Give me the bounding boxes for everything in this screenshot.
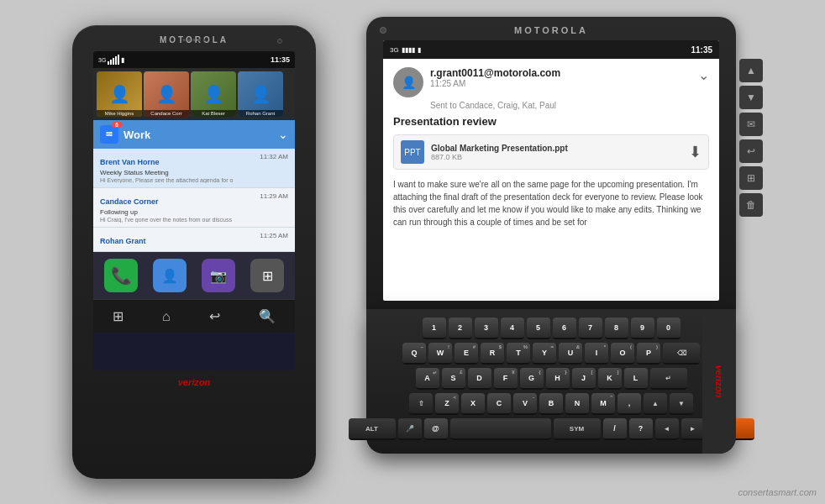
down-button[interactable]: ▼ (739, 86, 763, 109)
key-i[interactable]: *I (585, 343, 608, 365)
attachment-name: Global Marketing Presentation.ppt (431, 144, 682, 153)
keyboard-rows: 1 2 3 4 5 6 7 8 9 0 ~Q !W #E $R % (380, 318, 723, 440)
signal-bars (108, 55, 119, 65)
apps-icon[interactable]: ⊞ (250, 259, 284, 292)
phone-app-icon[interactable]: 📞 (104, 259, 138, 292)
key-shift[interactable]: ⇧ (409, 393, 433, 415)
key-question[interactable]: ? (629, 418, 653, 440)
mail-button[interactable]: ✉ (739, 113, 763, 136)
contact-rohan[interactable]: 👤 Rohan Grant (238, 71, 283, 117)
key-r[interactable]: $R (481, 343, 504, 365)
key-v[interactable]: -V (513, 393, 537, 415)
key-l[interactable]: L (624, 368, 648, 390)
key-up[interactable]: ▲ (644, 393, 667, 415)
attachment-box[interactable]: PPT Global Marketing Presentation.ppt 88… (393, 134, 709, 170)
key-y[interactable]: =Y (533, 343, 556, 365)
key-g[interactable]: {G (520, 368, 544, 390)
key-s[interactable]: £S (442, 368, 465, 390)
right-network-icon: 3G (390, 46, 399, 54)
key-comma[interactable]: , (617, 393, 641, 415)
delete-button[interactable]: 🗑 (739, 193, 763, 217)
apps-button[interactable]: ⊞ (739, 166, 763, 190)
email-time-3: 11:25 AM (260, 232, 288, 239)
key-x[interactable]: X (461, 393, 485, 415)
email-subject-2: Following up (100, 208, 288, 216)
key-space[interactable] (450, 418, 551, 440)
verizon-logo-left: verizon (178, 377, 211, 387)
email-sender-2: Candace Corner (100, 197, 159, 206)
key-5[interactable]: 5 (527, 318, 550, 339)
key-m[interactable]: "M (591, 393, 615, 415)
key-j[interactable]: [J (572, 368, 596, 390)
key-o[interactable]: (O (611, 343, 634, 365)
key-a[interactable]: ↵A (416, 368, 439, 390)
key-u[interactable]: &U (559, 343, 582, 365)
keyboard: 1 2 3 4 5 6 7 8 9 0 ~Q !W #E $R % (366, 309, 736, 454)
back-button[interactable]: ↩ (739, 139, 763, 163)
camera-app-icon[interactable]: 📷 (202, 259, 235, 292)
contact-candace[interactable]: 👤 Candace Corr (144, 71, 189, 117)
key-d[interactable]: D (468, 368, 491, 390)
key-z[interactable]: <Z (435, 393, 459, 415)
key-left[interactable]: ◄ (655, 418, 679, 440)
key-alt[interactable]: ALT (349, 418, 396, 440)
key-t[interactable]: %T (507, 343, 530, 365)
watermark: consertasmart.com (738, 487, 817, 497)
key-backspace[interactable]: ⌫ (663, 343, 700, 365)
key-h[interactable]: }H (546, 368, 570, 390)
key-7[interactable]: 7 (579, 318, 602, 339)
key-right[interactable]: ► (681, 418, 705, 440)
key-c[interactable]: C (487, 393, 511, 415)
sender-avatar: 👤 (393, 67, 423, 97)
home-nav-icon[interactable]: ⌂ (162, 309, 171, 324)
contact-kat[interactable]: 👤 Kat Bleser (191, 71, 236, 117)
key-slash[interactable]: / (603, 418, 627, 440)
key-down[interactable]: ▼ (670, 393, 693, 415)
key-3[interactable]: 3 (475, 318, 498, 339)
work-expand-button[interactable]: ⌄ (278, 128, 288, 141)
key-enter[interactable]: ↵ (650, 368, 687, 390)
key-8[interactable]: 8 (605, 318, 628, 339)
key-row-numbers: 1 2 3 4 5 6 7 8 9 0 (380, 318, 723, 339)
key-k[interactable]: ]K (598, 368, 622, 390)
contacts-app-icon[interactable]: 👤 (153, 259, 187, 292)
right-phone-top: MOTOROLA 3G ▮▮▮▮ ▮ 11:35 👤 (366, 17, 736, 309)
email-item-3[interactable]: Rohan Grant 11:25 AM (93, 228, 295, 252)
key-4[interactable]: 4 (501, 318, 524, 339)
search-nav-icon[interactable]: 🔍 (259, 308, 276, 324)
work-header[interactable]: ✉ 6 Work ⌄ (93, 120, 295, 149)
email-item-1[interactable]: Brent Van Horne 11:32 AM Weekly Status M… (93, 149, 295, 188)
contact-mike[interactable]: 👤 Mike Higgins (97, 71, 142, 117)
left-phone-bottom: verizon (178, 370, 211, 397)
work-section: ✉ 6 Work ⌄ Brent Van Horne 11:32 AM Week… (93, 120, 295, 252)
back-nav-icon[interactable]: ↩ (209, 308, 220, 324)
key-9[interactable]: 9 (631, 318, 654, 339)
key-n[interactable]: N (565, 393, 589, 415)
key-b[interactable]: B (539, 393, 563, 415)
key-p[interactable]: )P (637, 343, 660, 365)
key-6[interactable]: 6 (553, 318, 576, 339)
key-sym[interactable]: SYM (554, 418, 601, 440)
key-q[interactable]: ~Q (402, 343, 426, 365)
key-at[interactable]: @ (424, 418, 448, 440)
key-w[interactable]: !W (428, 343, 452, 365)
attachment-download-button[interactable]: ⬇ (689, 143, 702, 161)
key-2[interactable]: 2 (449, 318, 472, 339)
email-item-2[interactable]: Candace Corner 11:29 AM Following up Hi … (93, 188, 295, 228)
email-body: I want to make sure we're all on the sam… (393, 178, 709, 228)
email-to-line: Sent to Candace, Craig, Kat, Paul (393, 101, 709, 110)
email-expand-button[interactable]: ⌄ (698, 67, 709, 83)
verizon-logo-right: verizon (714, 365, 724, 398)
email-subject-display: Presentation review (393, 115, 709, 128)
attachment-ppt-icon: PPT (401, 140, 424, 164)
up-button[interactable]: ▲ (739, 59, 763, 82)
menu-nav-icon[interactable]: ⊞ (113, 308, 123, 324)
key-0[interactable]: 0 (657, 318, 680, 339)
key-f[interactable]: ¥F (494, 368, 518, 390)
key-e[interactable]: #E (455, 343, 478, 365)
work-icon: ✉ 6 (100, 125, 118, 144)
camera-right (380, 27, 386, 34)
camera-left (277, 39, 282, 44)
key-mic[interactable]: 🎤 (398, 418, 422, 440)
key-1[interactable]: 1 (423, 318, 446, 339)
